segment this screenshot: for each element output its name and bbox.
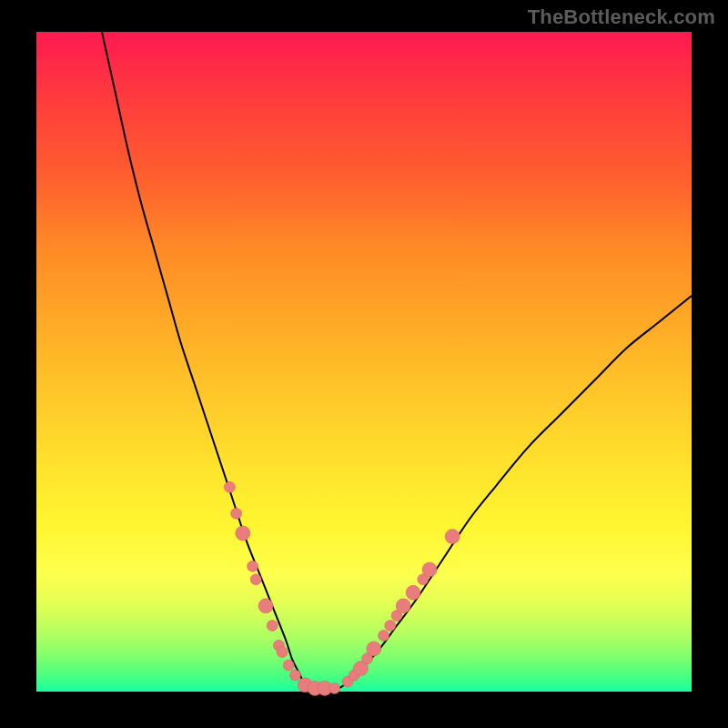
data-point bbox=[406, 585, 420, 600]
data-point bbox=[277, 647, 288, 658]
data-point bbox=[289, 670, 300, 681]
data-point bbox=[224, 481, 235, 492]
data-point bbox=[248, 561, 258, 571]
data-point bbox=[445, 530, 460, 544]
data-point bbox=[379, 630, 389, 641]
plot-area bbox=[36, 32, 692, 692]
data-point bbox=[329, 682, 340, 693]
data-point bbox=[236, 526, 250, 541]
chart-svg bbox=[36, 32, 692, 692]
data-point bbox=[258, 599, 273, 613]
data-point bbox=[250, 574, 261, 585]
data-point bbox=[283, 660, 294, 671]
data-point bbox=[396, 599, 410, 613]
data-point bbox=[422, 562, 437, 577]
data-point bbox=[367, 642, 381, 656]
data-point bbox=[385, 621, 396, 632]
data-point bbox=[231, 508, 242, 519]
chart-frame: TheBottleneck.com bbox=[0, 0, 728, 728]
watermark-text: TheBottleneck.com bbox=[528, 5, 715, 29]
bottleneck-curve bbox=[102, 32, 692, 693]
data-point bbox=[267, 621, 278, 632]
